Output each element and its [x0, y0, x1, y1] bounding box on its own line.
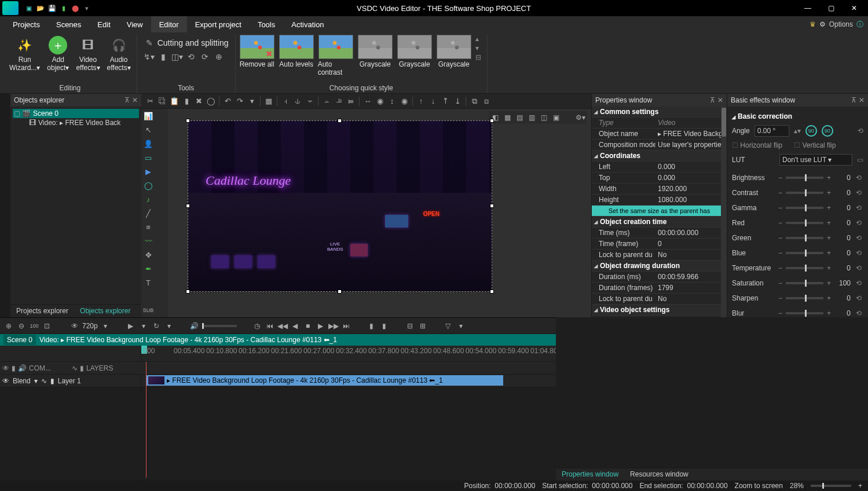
menu-scenes[interactable]: Scenes: [48, 16, 89, 32]
close-panel-icon[interactable]: ✕: [132, 96, 138, 104]
timeline-scene-bar[interactable]: Scene 0 Video: ▸ FREE Video Background L…: [0, 334, 556, 346]
styles-more-icon[interactable]: ⊟: [475, 53, 484, 61]
menu-export[interactable]: Export project: [187, 16, 250, 32]
reset-icon[interactable]: ⟲: [854, 309, 863, 317]
style-auto-levels[interactable]: Auto levels: [279, 35, 314, 68]
marker-icon[interactable]: ▮: [158, 51, 169, 63]
pin-icon[interactable]: ⊼: [124, 96, 130, 104]
ungroup-icon[interactable]: ⧈: [481, 96, 492, 107]
section-basic-correction[interactable]: Basic correction: [732, 110, 863, 123]
same-size-action[interactable]: Set the same size as the parent has: [592, 206, 727, 217]
angle-spinner-icon[interactable]: ▴▾: [794, 127, 801, 135]
saturation-slider[interactable]: [786, 282, 823, 284]
clock-icon[interactable]: ◷: [252, 321, 262, 331]
style-grayscale-3[interactable]: Grayscale: [436, 35, 472, 68]
arrow-down-icon[interactable]: ↓: [428, 96, 438, 107]
distrib-v-icon[interactable]: ↕: [387, 96, 397, 107]
play2-icon[interactable]: ▶: [316, 321, 326, 331]
rect-icon[interactable]: ▭: [142, 151, 155, 164]
crop-icon[interactable]: ◫▾: [171, 51, 183, 63]
prev-frame-icon[interactable]: ◀◀: [277, 321, 288, 331]
menu-edit[interactable]: Edit: [89, 16, 118, 32]
plus-icon[interactable]: +: [827, 234, 831, 242]
section-coords[interactable]: Coordinates: [592, 151, 727, 162]
cut-icon[interactable]: ✂: [145, 96, 155, 107]
chevron-down-icon[interactable]: ▾: [82, 3, 91, 13]
menu-activation[interactable]: Activation: [283, 16, 332, 32]
group-icon[interactable]: ⧉: [469, 96, 479, 107]
speaker-icon[interactable]: 🔊: [18, 364, 27, 372]
bars-icon[interactable]: ▮: [80, 364, 84, 372]
add-object-button[interactable]: ＋ Addobject▾: [45, 35, 71, 74]
style-auto-contrast[interactable]: Auto contrast: [318, 35, 354, 76]
plus-icon[interactable]: +: [827, 189, 831, 197]
align-center-icon[interactable]: ⫝: [292, 96, 303, 107]
align-left-icon[interactable]: ⫞: [280, 96, 291, 107]
safe-icon[interactable]: ▣: [551, 112, 561, 123]
red-slider[interactable]: [786, 222, 823, 224]
minus-icon[interactable]: −: [778, 234, 782, 242]
reset-icon[interactable]: ⟲: [854, 204, 863, 212]
undo-icon[interactable]: ↶: [222, 96, 233, 107]
person-icon[interactable]: 👤: [142, 137, 155, 150]
minus-icon[interactable]: −: [778, 264, 782, 272]
close-panel-icon[interactable]: ✕: [859, 96, 865, 104]
zoom-in-icon[interactable]: ⊕: [3, 321, 14, 331]
zoom-plus-icon[interactable]: +: [858, 482, 862, 490]
spectrum-icon[interactable]: ≡: [142, 221, 155, 233]
style-grayscale-1[interactable]: Grayscale: [357, 35, 393, 68]
reset-icon[interactable]: ⟲: [854, 294, 863, 302]
minus-icon[interactable]: −: [778, 219, 782, 227]
zoom-100-icon[interactable]: 100: [29, 321, 39, 331]
guides-icon[interactable]: ▥: [526, 112, 537, 123]
temperature-slider[interactable]: [786, 267, 823, 269]
minimize-button[interactable]: —: [796, 0, 819, 16]
align-bottom-icon[interactable]: ⫢: [346, 96, 356, 107]
reset-icon[interactable]: ⟲: [854, 174, 863, 182]
eye-icon[interactable]: 👁: [2, 364, 9, 372]
grid2-icon[interactable]: ▤: [514, 112, 525, 123]
tree-video-item[interactable]: 🎞 Video: ▸ FREE Video Back: [13, 118, 139, 127]
delete-icon[interactable]: ✖: [193, 96, 204, 107]
marker-icon[interactable]: ▽: [443, 321, 453, 331]
paste-icon[interactable]: 📋: [169, 96, 180, 107]
options-label[interactable]: Options: [829, 20, 853, 28]
grid-icon[interactable]: ▦: [502, 112, 512, 123]
chevron-down-icon[interactable]: ▾: [34, 377, 38, 385]
reset-icon[interactable]: ⟲: [854, 249, 863, 257]
copy-icon[interactable]: ⿻: [157, 96, 167, 107]
play-icon[interactable]: ▶: [126, 321, 136, 331]
plus-icon[interactable]: +: [827, 204, 831, 212]
distrib-h-icon[interactable]: ↔: [362, 96, 373, 107]
vertical-flip-checkbox[interactable]: ☐ Vertical flip: [794, 141, 836, 149]
reset-icon[interactable]: ⟲: [854, 219, 863, 227]
check-icon[interactable]: ⊕: [213, 51, 225, 63]
reset-icon[interactable]: ⟲: [854, 264, 863, 272]
zoom-out-icon[interactable]: ⊖: [16, 321, 27, 331]
loop-icon[interactable]: ↻: [151, 321, 162, 331]
tab-objects-explorer[interactable]: Objects explorer: [74, 305, 136, 317]
chevron-down-icon[interactable]: ▾: [100, 321, 111, 331]
menu-projects[interactable]: Projects: [5, 16, 48, 32]
volume-icon[interactable]: 🔊: [189, 321, 200, 331]
close-panel-icon[interactable]: ✕: [717, 96, 723, 104]
split-icon[interactable]: ⊟: [405, 321, 415, 331]
select-icon[interactable]: ▦: [263, 96, 274, 107]
canvas[interactable]: Cadillac Lounge OPEN LIVEBANDS: [188, 120, 492, 292]
center2-icon[interactable]: ◉: [399, 96, 409, 107]
tab-properties-window[interactable]: Properties window: [556, 468, 624, 481]
section-videoobj[interactable]: Video object settings: [592, 305, 727, 316]
audio-icon[interactable]: ♪: [142, 193, 155, 206]
arrow-top-icon[interactable]: ⤒: [440, 96, 451, 107]
plus-icon[interactable]: +: [827, 264, 831, 272]
volume-slider[interactable]: [202, 325, 237, 327]
new-project-icon[interactable]: ▣: [24, 3, 34, 13]
timeline-ruler[interactable]: .00000:05.40000:10.80000:16.20000:21.600…: [141, 346, 556, 361]
duplicate-icon[interactable]: ▮: [181, 96, 192, 107]
blend-mode-select[interactable]: Blend: [13, 377, 31, 385]
phone-icon[interactable]: ▮: [59, 3, 68, 13]
waveform-icon[interactable]: ∿: [41, 377, 47, 385]
minus-icon[interactable]: −: [778, 294, 782, 302]
bounds-icon[interactable]: ◫: [539, 112, 549, 123]
lut-browse-icon[interactable]: ▭: [857, 156, 863, 164]
